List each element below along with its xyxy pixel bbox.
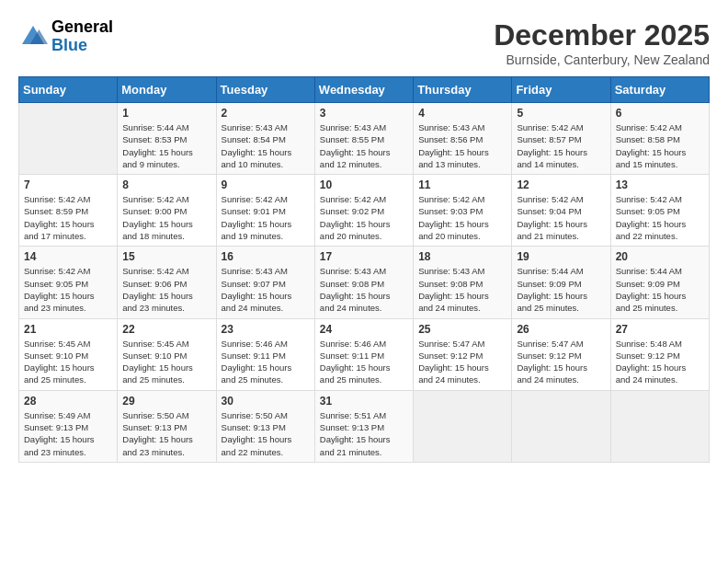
logo-text: General Blue [51, 18, 113, 55]
day-number: 20 [616, 250, 704, 263]
calendar-cell: 3Sunrise: 5:43 AM Sunset: 8:55 PM Daylig… [314, 103, 413, 175]
day-number: 17 [320, 250, 408, 263]
day-info: Sunrise: 5:43 AM Sunset: 8:55 PM Dayligh… [320, 121, 408, 170]
location: Burnside, Canterbury, New Zealand [494, 52, 710, 67]
day-number: 15 [122, 250, 210, 263]
calendar-cell [414, 390, 512, 462]
day-number: 10 [320, 178, 408, 191]
day-info: Sunrise: 5:44 AM Sunset: 9:09 PM Dayligh… [517, 265, 605, 314]
calendar-cell: 14Sunrise: 5:42 AM Sunset: 9:05 PM Dayli… [19, 247, 118, 318]
calendar-cell: 16Sunrise: 5:43 AM Sunset: 9:07 PM Dayli… [216, 247, 314, 318]
calendar-cell: 4Sunrise: 5:43 AM Sunset: 8:56 PM Daylig… [414, 103, 512, 175]
day-info: Sunrise: 5:45 AM Sunset: 9:10 PM Dayligh… [122, 338, 210, 386]
calendar-week-row: 7Sunrise: 5:42 AM Sunset: 8:59 PM Daylig… [19, 175, 710, 247]
calendar-cell: 25Sunrise: 5:47 AM Sunset: 9:12 PM Dayli… [414, 318, 512, 390]
column-header-wednesday: Wednesday [314, 77, 413, 103]
column-header-thursday: Thursday [414, 77, 512, 103]
day-number: 11 [418, 178, 506, 191]
calendar-cell: 28Sunrise: 5:49 AM Sunset: 9:13 PM Dayli… [19, 390, 118, 462]
calendar-cell: 19Sunrise: 5:44 AM Sunset: 9:09 PM Dayli… [512, 247, 610, 318]
day-info: Sunrise: 5:42 AM Sunset: 8:57 PM Dayligh… [517, 121, 605, 170]
day-info: Sunrise: 5:42 AM Sunset: 9:01 PM Dayligh… [222, 193, 310, 242]
day-info: Sunrise: 5:47 AM Sunset: 9:12 PM Dayligh… [517, 338, 605, 386]
calendar-cell: 24Sunrise: 5:46 AM Sunset: 9:11 PM Dayli… [314, 318, 413, 390]
logo-icon [18, 22, 48, 52]
calendar-week-row: 1Sunrise: 5:44 AM Sunset: 8:53 PM Daylig… [19, 103, 710, 175]
month-title: December 2025 [494, 18, 710, 52]
day-number: 30 [222, 395, 310, 408]
day-info: Sunrise: 5:46 AM Sunset: 9:11 PM Dayligh… [320, 338, 408, 386]
day-info: Sunrise: 5:44 AM Sunset: 9:09 PM Dayligh… [616, 265, 704, 314]
column-header-tuesday: Tuesday [216, 77, 314, 103]
day-info: Sunrise: 5:43 AM Sunset: 9:07 PM Dayligh… [222, 265, 310, 314]
calendar-cell [512, 390, 610, 462]
calendar-cell: 22Sunrise: 5:45 AM Sunset: 9:10 PM Dayli… [118, 318, 216, 390]
calendar-cell: 6Sunrise: 5:42 AM Sunset: 8:58 PM Daylig… [610, 103, 709, 175]
calendar-week-row: 28Sunrise: 5:49 AM Sunset: 9:13 PM Dayli… [19, 390, 710, 462]
calendar-cell: 20Sunrise: 5:44 AM Sunset: 9:09 PM Dayli… [610, 247, 709, 318]
day-info: Sunrise: 5:42 AM Sunset: 9:02 PM Dayligh… [320, 193, 408, 242]
day-number: 4 [418, 107, 506, 120]
day-info: Sunrise: 5:45 AM Sunset: 9:10 PM Dayligh… [24, 338, 112, 386]
day-info: Sunrise: 5:42 AM Sunset: 9:04 PM Dayligh… [517, 193, 605, 242]
day-number: 27 [616, 323, 704, 336]
calendar-cell: 17Sunrise: 5:43 AM Sunset: 9:08 PM Dayli… [314, 247, 413, 318]
day-info: Sunrise: 5:42 AM Sunset: 9:05 PM Dayligh… [24, 265, 112, 314]
title-block: December 2025 Burnside, Canterbury, New … [494, 18, 710, 67]
calendar-header-row: SundayMondayTuesdayWednesdayThursdayFrid… [19, 77, 710, 103]
day-info: Sunrise: 5:42 AM Sunset: 9:06 PM Dayligh… [122, 265, 210, 314]
day-info: Sunrise: 5:42 AM Sunset: 9:00 PM Dayligh… [122, 193, 210, 242]
calendar-cell: 26Sunrise: 5:47 AM Sunset: 9:12 PM Dayli… [512, 318, 610, 390]
day-info: Sunrise: 5:51 AM Sunset: 9:13 PM Dayligh… [320, 409, 408, 458]
calendar-cell: 27Sunrise: 5:48 AM Sunset: 9:12 PM Dayli… [610, 318, 709, 390]
calendar-week-row: 14Sunrise: 5:42 AM Sunset: 9:05 PM Dayli… [19, 247, 710, 318]
calendar-cell: 10Sunrise: 5:42 AM Sunset: 9:02 PM Dayli… [314, 175, 413, 247]
day-number: 21 [24, 323, 112, 336]
calendar-cell: 5Sunrise: 5:42 AM Sunset: 8:57 PM Daylig… [512, 103, 610, 175]
day-number: 26 [517, 323, 605, 336]
day-number: 25 [418, 323, 506, 336]
calendar-cell: 21Sunrise: 5:45 AM Sunset: 9:10 PM Dayli… [19, 318, 118, 390]
day-info: Sunrise: 5:43 AM Sunset: 9:08 PM Dayligh… [418, 265, 506, 314]
logo: General Blue [18, 18, 113, 55]
calendar-cell: 7Sunrise: 5:42 AM Sunset: 8:59 PM Daylig… [19, 175, 118, 247]
day-number: 6 [616, 107, 704, 120]
day-info: Sunrise: 5:49 AM Sunset: 9:13 PM Dayligh… [24, 409, 112, 458]
column-header-sunday: Sunday [19, 77, 118, 103]
day-number: 7 [24, 178, 112, 191]
day-info: Sunrise: 5:42 AM Sunset: 9:05 PM Dayligh… [616, 193, 704, 242]
day-info: Sunrise: 5:42 AM Sunset: 8:59 PM Dayligh… [24, 193, 112, 242]
day-info: Sunrise: 5:48 AM Sunset: 9:12 PM Dayligh… [616, 338, 704, 386]
day-number: 8 [122, 178, 210, 191]
day-number: 12 [517, 178, 605, 191]
day-number: 24 [320, 323, 408, 336]
day-number: 9 [222, 178, 310, 191]
calendar-cell: 30Sunrise: 5:50 AM Sunset: 9:13 PM Dayli… [216, 390, 314, 462]
calendar-week-row: 21Sunrise: 5:45 AM Sunset: 9:10 PM Dayli… [19, 318, 710, 390]
calendar-cell: 2Sunrise: 5:43 AM Sunset: 8:54 PM Daylig… [216, 103, 314, 175]
calendar-cell: 11Sunrise: 5:42 AM Sunset: 9:03 PM Dayli… [414, 175, 512, 247]
calendar-cell: 13Sunrise: 5:42 AM Sunset: 9:05 PM Dayli… [610, 175, 709, 247]
calendar-table: SundayMondayTuesdayWednesdayThursdayFrid… [18, 76, 710, 463]
column-header-friday: Friday [512, 77, 610, 103]
day-info: Sunrise: 5:43 AM Sunset: 9:08 PM Dayligh… [320, 265, 408, 314]
column-header-saturday: Saturday [610, 77, 709, 103]
day-number: 3 [320, 107, 408, 120]
day-info: Sunrise: 5:44 AM Sunset: 8:53 PM Dayligh… [122, 121, 210, 170]
day-number: 23 [222, 323, 310, 336]
calendar-cell [610, 390, 709, 462]
day-number: 22 [122, 323, 210, 336]
day-info: Sunrise: 5:43 AM Sunset: 8:56 PM Dayligh… [418, 121, 506, 170]
column-header-monday: Monday [118, 77, 216, 103]
calendar-cell: 15Sunrise: 5:42 AM Sunset: 9:06 PM Dayli… [118, 247, 216, 318]
day-number: 1 [122, 107, 210, 120]
day-info: Sunrise: 5:47 AM Sunset: 9:12 PM Dayligh… [418, 338, 506, 386]
calendar-cell: 18Sunrise: 5:43 AM Sunset: 9:08 PM Dayli… [414, 247, 512, 318]
calendar-cell: 8Sunrise: 5:42 AM Sunset: 9:00 PM Daylig… [118, 175, 216, 247]
page-header: General Blue December 2025 Burnside, Can… [18, 18, 710, 67]
day-number: 14 [24, 250, 112, 263]
calendar-cell: 9Sunrise: 5:42 AM Sunset: 9:01 PM Daylig… [216, 175, 314, 247]
day-number: 16 [222, 250, 310, 263]
day-info: Sunrise: 5:43 AM Sunset: 8:54 PM Dayligh… [222, 121, 310, 170]
day-info: Sunrise: 5:42 AM Sunset: 9:03 PM Dayligh… [418, 193, 506, 242]
